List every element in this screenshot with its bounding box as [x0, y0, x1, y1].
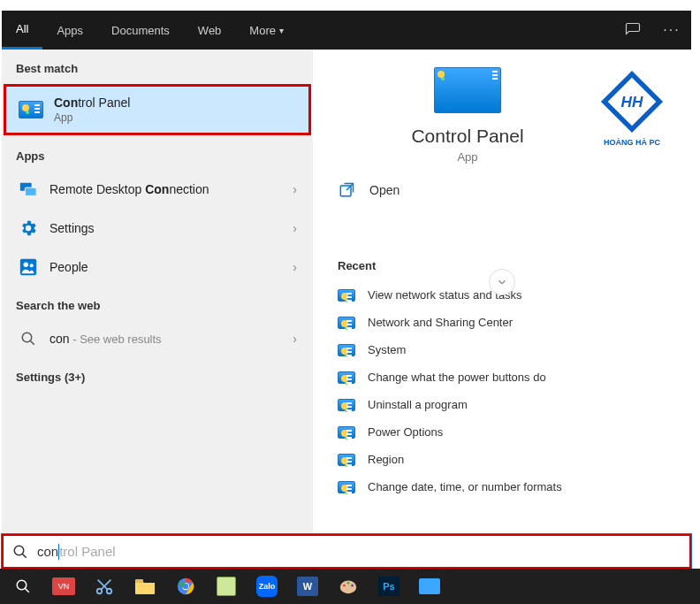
tab-web[interactable]: Web: [184, 11, 236, 50]
svg-rect-1: [25, 187, 36, 195]
taskbar-app-notepadpp[interactable]: [207, 569, 246, 604]
result-settings[interactable]: Settings ›: [2, 209, 313, 248]
taskbar-app-unikey[interactable]: VN: [44, 569, 83, 604]
recent-item[interactable]: Uninstall a program: [338, 391, 666, 418]
recent-item-label: Power Options: [368, 425, 443, 439]
chevron-down-icon: ▾: [279, 26, 284, 35]
search-box[interactable]: control Panel: [2, 534, 691, 569]
recent-item-label: Change date, time, or number formats: [368, 480, 562, 493]
search-tab-bar: All Apps Documents Web More ▾ ···: [2, 11, 691, 50]
result-title: Control Panel: [54, 96, 298, 110]
svg-rect-17: [135, 579, 143, 583]
control-panel-icon: [338, 371, 355, 384]
result-preview-pane: Control Panel App HH HOÀNG HÀ PC Open: [313, 50, 691, 534]
chevron-right-icon[interactable]: ›: [287, 332, 302, 346]
group-header-best-match: Best match: [2, 50, 313, 82]
open-label: Open: [369, 183, 399, 197]
chevron-right-icon[interactable]: ›: [287, 260, 302, 274]
people-icon: [16, 255, 41, 279]
result-title: con - See web results: [49, 332, 287, 346]
svg-text:HH: HH: [621, 93, 643, 111]
group-header-settings-more: Settings (3+): [2, 358, 313, 391]
search-icon: [12, 544, 28, 560]
control-panel-icon: [338, 426, 355, 439]
svg-line-14: [25, 588, 29, 593]
result-title: Remote Desktop Connection: [49, 182, 287, 196]
tab-all[interactable]: All: [2, 11, 42, 50]
svg-point-11: [14, 546, 24, 555]
svg-point-13: [17, 580, 27, 590]
group-header-apps: Apps: [2, 137, 313, 170]
taskbar-app-zalo[interactable]: Zalo: [247, 569, 286, 604]
recent-item[interactable]: Change what the power buttons do: [338, 363, 666, 391]
tab-more[interactable]: More ▾: [235, 11, 298, 50]
open-icon: [338, 181, 355, 199]
result-remote-desktop[interactable]: Remote Desktop Connection ›: [2, 170, 313, 209]
recent-item-label: Network and Sharing Center: [368, 316, 513, 329]
control-panel-icon: [338, 454, 355, 466]
options-button[interactable]: ···: [652, 11, 691, 50]
recent-item-label: Change what the power buttons do: [368, 371, 546, 384]
brand-logo: HH HOÀNG HÀ PC: [597, 67, 666, 147]
feedback-button[interactable]: [613, 11, 652, 50]
group-header-web: Search the web: [2, 287, 313, 319]
result-web-search[interactable]: con - See web results ›: [2, 319, 313, 358]
ellipsis-icon: ···: [663, 22, 680, 38]
result-people[interactable]: People ›: [2, 248, 313, 287]
control-panel-icon: [338, 344, 355, 356]
svg-point-23: [347, 582, 350, 585]
expand-preview-button[interactable]: [489, 269, 515, 295]
recent-item[interactable]: Power Options: [338, 418, 666, 446]
chevron-right-icon[interactable]: ›: [287, 221, 302, 235]
tab-documents[interactable]: Documents: [97, 11, 184, 50]
preview-title: Control Panel: [411, 126, 523, 147]
svg-point-24: [351, 585, 354, 587]
recent-item[interactable]: Region: [338, 446, 666, 473]
control-panel-icon-large: [434, 67, 501, 113]
feedback-icon: [625, 22, 641, 38]
recent-item-label: Region: [368, 453, 404, 466]
result-control-panel[interactable]: Control Panel App: [4, 84, 311, 135]
taskbar-search-button[interactable]: [4, 569, 42, 604]
preview-subtitle: App: [457, 150, 477, 164]
result-title: People: [49, 260, 287, 274]
result-title: Settings: [49, 221, 287, 235]
svg-point-4: [30, 264, 34, 267]
taskbar-app-photoshop[interactable]: Ps: [369, 569, 408, 604]
taskbar-app-chrome[interactable]: [166, 569, 205, 604]
svg-point-3: [24, 263, 29, 268]
taskbar-app-word[interactable]: W: [288, 569, 327, 604]
control-panel-icon: [338, 317, 355, 329]
chevron-down-icon: [496, 276, 508, 288]
recent-item[interactable]: System: [338, 336, 666, 363]
result-subtitle: App: [54, 111, 298, 124]
search-icon: [16, 326, 41, 351]
settings-icon: [16, 216, 41, 241]
control-panel-icon: [338, 481, 355, 493]
recent-item[interactable]: Network and Sharing Center: [338, 309, 666, 336]
control-panel-icon: [338, 399, 355, 411]
search-typed-text: con: [37, 544, 58, 559]
open-action[interactable]: Open: [338, 171, 666, 210]
windows-search-flyout: All Apps Documents Web More ▾ ··· Best m…: [2, 11, 691, 534]
chevron-right-icon[interactable]: ›: [287, 182, 302, 196]
control-panel-icon: [19, 101, 43, 119]
taskbar-app-explorer[interactable]: [126, 569, 164, 604]
taskbar-app-snip[interactable]: [85, 569, 124, 604]
results-list: Best match Control Panel App Apps Remote…: [2, 50, 313, 534]
taskbar-app-paint[interactable]: [329, 569, 368, 604]
tab-apps[interactable]: Apps: [42, 11, 97, 50]
control-panel-icon: [338, 289, 355, 302]
taskbar: VN Zalo W Ps: [0, 569, 700, 604]
recent-item[interactable]: Change date, time, or number formats: [338, 473, 666, 501]
svg-point-22: [343, 585, 346, 587]
taskbar-app-other[interactable]: [410, 569, 449, 604]
brand-text: HOÀNG HÀ PC: [597, 138, 666, 147]
search-autocomplete-ghost: trol Panel: [59, 544, 115, 559]
hoang-ha-logo-icon: HH: [597, 67, 666, 136]
svg-line-12: [22, 554, 27, 558]
svg-line-6: [30, 340, 34, 345]
recent-item-label: Uninstall a program: [368, 398, 468, 411]
svg-point-5: [22, 333, 32, 342]
remote-desktop-icon: [16, 177, 41, 202]
